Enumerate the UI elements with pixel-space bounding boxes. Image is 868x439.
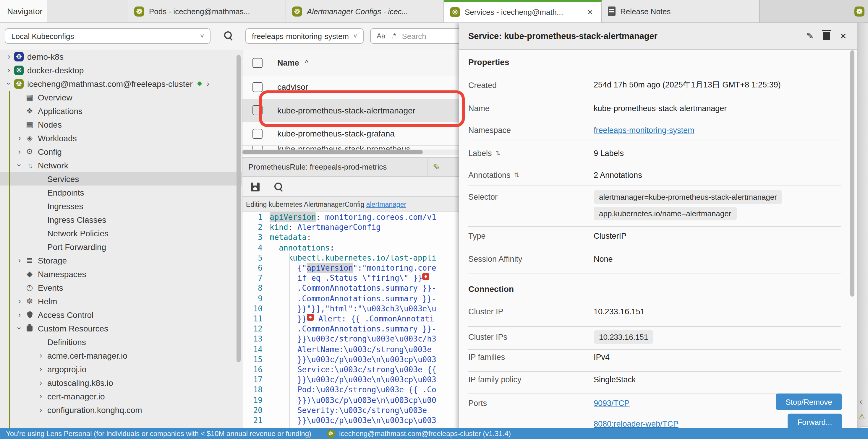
sort-toggle-icon[interactable]: ⇅ [495,149,501,157]
release-notes-icon [608,6,616,16]
port-link[interactable]: 9093/TCP [594,399,630,407]
property-label: Selector [468,192,594,201]
chevron-right-icon[interactable]: › [37,378,45,387]
property-value: None [594,255,613,263]
tab-release[interactable]: Release Notes [602,0,760,23]
save-icon[interactable] [251,182,259,191]
match-case-icon[interactable]: Aa [377,32,385,40]
port-link[interactable]: 8080:reloader-web/TCP [594,419,679,428]
namespace-select[interactable]: freeleaps-monitoring-system ˅ [245,28,364,44]
edit-icon[interactable]: ✎ [433,162,440,172]
sidebar-item-access-control[interactable]: ›Access Control [0,308,242,322]
code-token: }}\u003c/p\u003e\n\u003cp\u003 [298,354,436,365]
chevron-right-icon[interactable]: › [37,351,45,360]
chevron-right-icon[interactable]: › [16,134,24,142]
sidebar-item-ingresses[interactable]: Ingresses [0,199,242,213]
chevron-right-icon[interactable]: › [5,52,13,61]
line-number: 3 [242,233,270,242]
chevron-right-icon[interactable]: › [37,392,45,401]
chevron-right-icon[interactable]: › [5,66,13,74]
sidebar-item-workloads[interactable]: ›◈Workloads [0,131,242,145]
sort-asc-icon[interactable]: ^ [305,59,308,67]
close-icon[interactable]: ✕ [585,7,595,18]
row-checkbox[interactable] [252,82,262,92]
chevron-right-icon[interactable]: › [16,147,24,156]
sidebar-item-storage[interactable]: ›≣Storage [0,254,242,267]
sidebar-item-ingress-classes[interactable]: Ingress Classes [0,213,242,226]
regex-icon[interactable]: .* [391,32,396,40]
sidebar-item-autoscaling-k8s-io[interactable]: ›autoscaling.k8s.io [0,376,242,390]
collapse-panel-icon[interactable]: ‹ [860,397,862,406]
storage-icon: ≣ [24,256,35,265]
stop-remove-button[interactable]: Stop/Remove [776,394,842,410]
chevron-right-icon[interactable]: › [204,79,212,88]
code-token: Alert: {{ .CommonAnnotati [314,314,434,324]
sidebar-item-overview[interactable]: ▦Overview [0,91,242,104]
sidebar-item-network[interactable]: ›↑↓Network [0,158,242,172]
sidebar-item-docker-desktop[interactable]: ›☸docker-desktop [0,63,242,77]
sidebar-item-argoproj-io[interactable]: ›argoproj.io [0,362,242,376]
sidebar-scrollbar[interactable] [237,55,241,362]
sidebar-item-icecheng-mathmast-com-freeleaps-cluster[interactable]: ›☸icecheng@mathmast.com@freeleaps-cluste… [0,77,242,91]
property-label: Annotations ⇅ [468,170,594,179]
warning-icon[interactable]: ⚠ [859,412,865,421]
nodes-icon: ▤ [24,120,35,129]
tab-pods[interactable]: ☸Pods - icecheng@mathmas... [128,0,286,23]
sidebar-item-services[interactable]: Services [0,172,242,185]
chevron-down-icon[interactable]: › [4,79,13,88]
indent-guide [299,263,299,428]
select-all-checkbox[interactable] [252,58,262,68]
line-number: 12 [242,324,270,334]
search-icon[interactable] [224,31,233,40]
sidebar-item-label: Access Control [38,310,93,319]
chevron-right-icon[interactable]: › [16,256,24,265]
editor-search-icon[interactable] [274,182,283,191]
sidebar-item-config[interactable]: ›⚙Config [0,145,242,158]
chevron-right-icon[interactable]: › [37,405,45,414]
chevron-right-icon[interactable]: › [16,310,24,319]
sidebar-item-acme-cert-manager-io[interactable]: ›acme.cert-manager.io [0,348,242,362]
sidebar-item-custom-resources[interactable]: ›Custom Resources [0,322,242,335]
sidebar-item-events[interactable]: ◷Events [0,281,242,294]
property-row: app.kubernetes.io/name=alertmanager [468,206,834,221]
sidebar-item-namespaces[interactable]: ◆Namespaces [0,267,242,281]
property-label: Type [468,231,594,240]
sidebar-item-cert-manager-io[interactable]: ›cert-manager.io [0,390,242,403]
sidebar-item-demo-k8s[interactable]: ›☸demo-k8s [0,49,242,63]
kubeconfig-select[interactable]: Local Kubeconfigs ˅ [5,28,211,44]
close-icon[interactable]: ✕ [840,31,847,40]
sidebar-item-network-policies[interactable]: Network Policies [0,226,242,240]
sidebar-item-port-forwarding[interactable]: Port Forwarding [0,240,242,254]
sidebar-item-definitions[interactable]: Definitions [0,335,242,348]
namespace-link[interactable]: freeleaps-monitoring-system [594,126,694,134]
code-token: }}\u003c/p\u003e\n\u003cp\u003 [298,415,436,426]
sidebar-item-nodes[interactable]: ▤Nodes [0,117,242,131]
delete-icon[interactable] [824,32,831,40]
kubernetes-icon: ☸ [134,6,144,16]
horizontal-scrollbar-thumb[interactable] [242,150,423,154]
navigator-tab-zone: Navigator [0,0,128,23]
code-token [270,375,298,385]
name-column-header[interactable]: Name [277,58,299,67]
tab-label: Pods - icecheng@mathmas... [149,7,250,16]
sidebar-item-endpoints[interactable]: Endpoints [0,185,242,199]
navigator-tab[interactable]: Navigator [0,0,47,23]
chevron-down-icon[interactable]: › [15,161,24,169]
sidebar-item-applications[interactable]: ❖Applications [0,104,242,117]
drawer-scrollbar[interactable] [850,50,855,297]
tab-alertmanager[interactable]: ☸Alertmanager Configs - icec... [286,0,444,23]
line-number: 13 [242,334,270,344]
editing-resource-link[interactable]: alertmanager [366,201,406,208]
namespaces-icon: ◆ [24,269,35,278]
edit-icon[interactable]: ✎ [806,30,814,41]
kubernetes-tab-icon[interactable]: ☸ [855,6,864,16]
chevron-down-icon[interactable]: › [15,324,24,332]
tab-services[interactable]: ☸Services - icecheng@math...✕ [444,0,602,23]
sort-toggle-icon[interactable]: ⇅ [514,171,520,179]
chevron-right-icon[interactable]: › [37,365,45,373]
row-checkbox[interactable] [252,129,262,139]
sidebar-item-configuration-konghq-com[interactable]: ›configuration.konghq.com [0,403,242,416]
code-token: : [288,222,293,232]
chevron-right-icon[interactable]: › [16,297,24,305]
sidebar-item-helm[interactable]: ›☸Helm [0,294,242,308]
